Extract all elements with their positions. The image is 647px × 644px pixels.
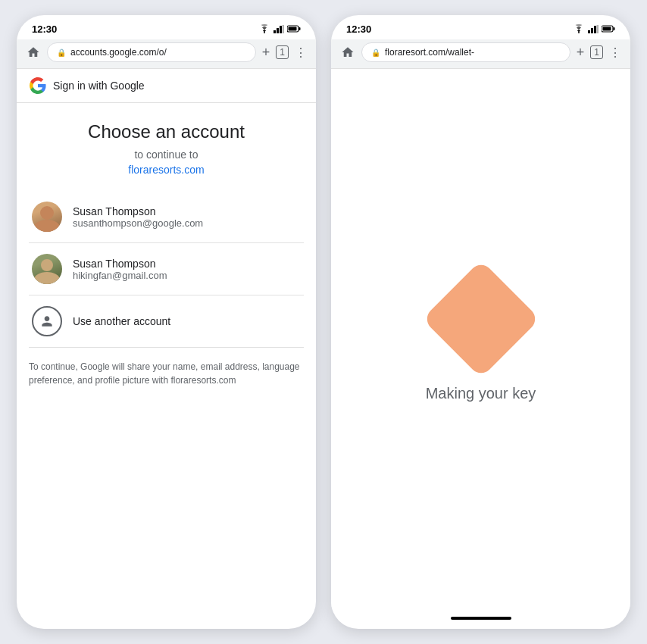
svg-point-8 <box>578 32 580 33</box>
right-browser-chrome: 🔒 floraresort.com/wallet- + 1 ⋮ <box>331 39 630 69</box>
floraresorts-link[interactable]: floraresorts.com <box>128 164 204 176</box>
avatar-2 <box>32 254 62 284</box>
left-phone: 12:30 <box>17 15 316 629</box>
left-address-bar[interactable]: 🔒 accounts.google.com/o/ <box>47 42 256 62</box>
battery-icon <box>287 24 301 33</box>
right-status-bar: 12:30 <box>331 15 630 39</box>
use-another-account-item[interactable]: Use another account <box>29 295 304 348</box>
left-tab-count[interactable]: 1 <box>276 45 289 59</box>
account-name-2: Susan Thompson <box>73 258 167 270</box>
left-home-btn[interactable] <box>26 45 41 60</box>
svg-rect-12 <box>597 25 599 33</box>
right-browser-actions: + 1 ⋮ <box>577 45 621 61</box>
google-signin-bar: Sign in with Google <box>17 69 316 103</box>
right-signal-icon <box>588 24 599 33</box>
left-more-options[interactable]: ⋮ <box>295 45 307 60</box>
right-time: 12:30 <box>346 23 371 35</box>
continue-to-text: to continue to <box>134 148 198 161</box>
use-another-label: Use another account <box>73 315 170 327</box>
home-indicator-bar <box>451 617 511 620</box>
left-time: 12:30 <box>32 23 57 35</box>
svg-rect-2 <box>277 28 279 33</box>
account-item-1[interactable]: Susan Thompson susanthompson@google.com <box>29 191 304 243</box>
home-indicator <box>331 611 630 629</box>
making-key-content: Making your key <box>331 69 630 611</box>
account-email-2: hikingfan@gmail.com <box>73 270 167 281</box>
svg-rect-15 <box>603 27 611 31</box>
left-add-tab[interactable]: + <box>262 45 270 61</box>
account-circle-icon <box>32 306 62 336</box>
signal-icon <box>273 24 284 33</box>
account-list: Susan Thompson susanthompson@google.com … <box>29 191 304 348</box>
left-url: accounts.google.com/o/ <box>70 47 167 58</box>
right-home-btn[interactable] <box>340 45 355 60</box>
left-browser-actions: + 1 ⋮ <box>262 45 307 61</box>
right-address-bar[interactable]: 🔒 floraresort.com/wallet- <box>361 42 570 62</box>
svg-rect-14 <box>614 27 615 30</box>
right-add-tab[interactable]: + <box>577 45 585 61</box>
right-phone: 12:30 <box>331 15 630 629</box>
home-icon <box>27 45 40 59</box>
account-name-1: Susan Thompson <box>73 205 203 217</box>
svg-rect-10 <box>591 28 593 33</box>
svg-rect-6 <box>299 27 301 30</box>
account-chooser: Choose an account to continue to florare… <box>17 103 316 399</box>
account-email-1: susanthompson@google.com <box>73 217 203 229</box>
right-battery-icon <box>602 24 615 33</box>
right-home-icon <box>341 45 355 59</box>
phones-container: 12:30 <box>2 0 645 644</box>
svg-rect-9 <box>588 30 590 33</box>
account-info-2: Susan Thompson hikingfan@gmail.com <box>73 258 167 281</box>
left-status-icons <box>258 24 301 33</box>
right-lock-icon: 🔒 <box>371 48 380 57</box>
making-key-container: Making your key <box>426 277 536 402</box>
svg-point-0 <box>264 32 265 33</box>
svg-rect-1 <box>273 30 276 33</box>
left-status-bar: 12:30 <box>17 15 316 39</box>
svg-rect-11 <box>594 26 596 33</box>
right-more-options[interactable]: ⋮ <box>609 45 621 60</box>
diamond-icon <box>422 260 540 378</box>
left-lock-icon: 🔒 <box>57 48 66 57</box>
right-wifi-icon <box>573 24 585 33</box>
avatar-1 <box>32 202 62 232</box>
account-info-1: Susan Thompson susanthompson@google.com <box>73 205 203 229</box>
right-tab-count[interactable]: 1 <box>590 45 603 59</box>
svg-rect-4 <box>283 25 285 33</box>
left-browser-chrome: 🔒 accounts.google.com/o/ + 1 ⋮ <box>17 39 316 69</box>
privacy-notice: To continue, Google will share your name… <box>29 348 304 387</box>
google-logo-icon <box>29 77 47 95</box>
google-signin-text: Sign in with Google <box>53 80 145 92</box>
making-key-label: Making your key <box>426 385 536 402</box>
right-url: floraresort.com/wallet- <box>385 47 474 58</box>
account-item-2[interactable]: Susan Thompson hikingfan@gmail.com <box>29 243 304 295</box>
right-status-icons <box>573 24 615 33</box>
wifi-icon <box>258 24 270 33</box>
choose-title: Choose an account <box>88 121 245 142</box>
svg-rect-3 <box>280 26 282 33</box>
svg-rect-7 <box>289 27 297 31</box>
